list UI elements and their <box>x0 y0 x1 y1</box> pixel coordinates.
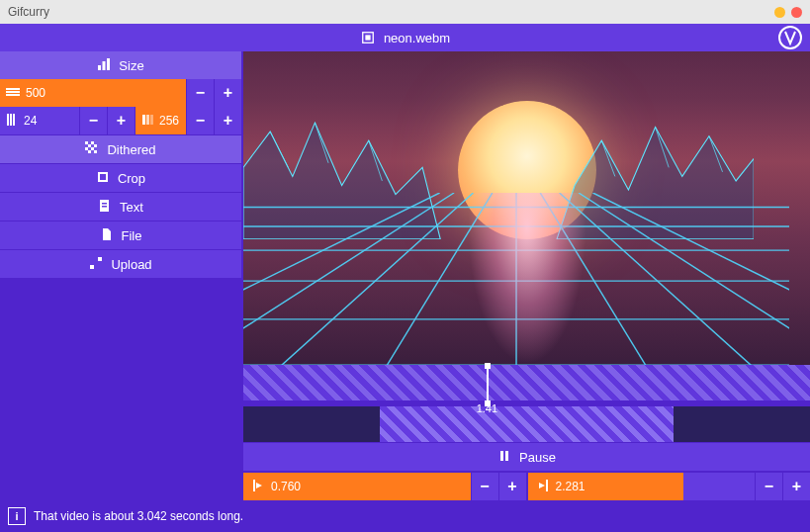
fps-colors-row: 24 − + 256 − + <box>0 107 241 134</box>
upload-icon <box>89 256 103 273</box>
minimize-button[interactable] <box>774 7 785 18</box>
svg-line-46 <box>579 193 789 365</box>
svg-rect-5 <box>107 58 110 70</box>
timeline-clip[interactable] <box>243 406 810 442</box>
end-spacer <box>683 473 755 500</box>
end-time-value: 2.281 <box>556 480 585 493</box>
fps-value: 24 <box>24 114 37 128</box>
end-time-field[interactable]: 2.281 <box>528 473 683 500</box>
crop-icon <box>96 170 110 187</box>
dither-icon <box>85 141 99 158</box>
svg-rect-3 <box>98 65 101 70</box>
svg-line-45 <box>243 193 454 365</box>
close-button[interactable] <box>791 7 802 18</box>
preview-grid <box>243 193 789 365</box>
titlebar: Gifcurry <box>0 0 810 24</box>
fps-minus-button[interactable]: − <box>79 107 107 134</box>
app-logo-icon <box>778 26 802 49</box>
svg-line-43 <box>282 193 474 365</box>
svg-rect-9 <box>7 114 9 126</box>
dithered-label: Dithered <box>107 142 155 157</box>
svg-rect-28 <box>102 203 107 205</box>
playhead-time: 1.41 <box>477 402 497 414</box>
file-video-icon <box>360 30 376 45</box>
svg-rect-18 <box>94 144 97 147</box>
fps-icon <box>6 113 20 130</box>
filename-label: neon.webm <box>384 31 450 45</box>
svg-rect-15 <box>85 141 88 144</box>
crop-menu-item[interactable]: Crop <box>0 164 241 192</box>
fps-field[interactable]: 24 <box>0 107 79 134</box>
end-plus-button[interactable]: + <box>782 473 810 500</box>
window-controls <box>774 7 802 18</box>
svg-rect-10 <box>10 114 12 126</box>
file-menu-item[interactable]: File <box>0 222 241 249</box>
start-minus-button[interactable]: − <box>471 473 498 500</box>
svg-rect-55 <box>500 451 503 461</box>
svg-rect-20 <box>91 147 94 150</box>
svg-rect-22 <box>94 150 97 153</box>
size-label: Size <box>119 58 143 73</box>
width-plus-button[interactable]: + <box>214 79 241 107</box>
svg-rect-16 <box>91 141 94 144</box>
svg-rect-30 <box>90 265 94 269</box>
svg-line-47 <box>243 193 440 365</box>
end-bracket-icon <box>536 479 550 495</box>
width-minus-button[interactable]: − <box>186 79 214 107</box>
svg-rect-12 <box>142 115 145 125</box>
fps-plus-button[interactable]: + <box>107 107 135 134</box>
info-icon: i <box>8 507 26 525</box>
playhead[interactable] <box>487 365 489 404</box>
width-value: 500 <box>26 86 45 100</box>
start-time-field[interactable]: 0.760 <box>243 473 471 500</box>
svg-rect-19 <box>85 147 88 150</box>
width-field[interactable]: 500 <box>0 79 186 107</box>
crop-label: Crop <box>118 171 145 186</box>
width-row: 500 − + <box>0 79 241 107</box>
dithered-toggle[interactable]: Dithered <box>0 135 241 163</box>
video-preview[interactable] <box>243 51 810 365</box>
pause-icon <box>497 449 511 466</box>
colors-minus-button[interactable]: − <box>186 107 214 134</box>
svg-rect-1 <box>365 35 370 40</box>
statusbar: i That video is about 3.042 seconds long… <box>0 500 810 532</box>
time-controls: 0.760 − + 2.281 − + <box>243 473 810 500</box>
colors-plus-button[interactable]: + <box>214 107 241 134</box>
svg-rect-7 <box>6 91 20 93</box>
svg-rect-4 <box>103 61 106 70</box>
text-menu-item[interactable]: Text <box>0 193 241 221</box>
svg-line-42 <box>540 193 646 365</box>
width-icon <box>6 85 20 102</box>
timeline-full[interactable]: 1.41 <box>243 365 810 400</box>
svg-rect-31 <box>98 257 102 261</box>
pause-label: Pause <box>519 450 556 465</box>
bars-icon <box>97 57 111 74</box>
svg-rect-58 <box>546 480 548 491</box>
svg-rect-11 <box>13 114 15 126</box>
colors-field[interactable]: 256 <box>135 107 186 134</box>
svg-rect-14 <box>150 115 153 125</box>
svg-rect-57 <box>253 480 255 491</box>
upload-label: Upload <box>111 257 151 272</box>
file-label: File <box>122 228 142 243</box>
status-message: That video is about 3.042 seconds long. <box>34 509 243 523</box>
colors-value: 256 <box>159 114 179 128</box>
pause-button[interactable]: Pause <box>243 443 810 471</box>
header: neon.webm <box>0 24 810 51</box>
end-minus-button[interactable]: − <box>755 473 782 500</box>
svg-line-44 <box>560 193 752 365</box>
svg-line-41 <box>387 193 493 365</box>
palette-icon <box>141 113 155 130</box>
start-bracket-icon <box>251 479 265 495</box>
svg-rect-17 <box>88 144 91 147</box>
svg-rect-21 <box>88 150 91 153</box>
svg-rect-8 <box>6 94 20 96</box>
upload-menu-item[interactable]: Upload <box>0 250 241 278</box>
svg-rect-29 <box>102 206 107 208</box>
svg-line-48 <box>593 193 790 365</box>
text-label: Text <box>120 200 143 215</box>
start-plus-button[interactable]: + <box>498 473 526 500</box>
start-time-value: 0.760 <box>271 480 301 493</box>
size-panel-header[interactable]: Size <box>0 51 241 79</box>
sidebar: Size 500 − + 24 − + <box>0 51 241 500</box>
